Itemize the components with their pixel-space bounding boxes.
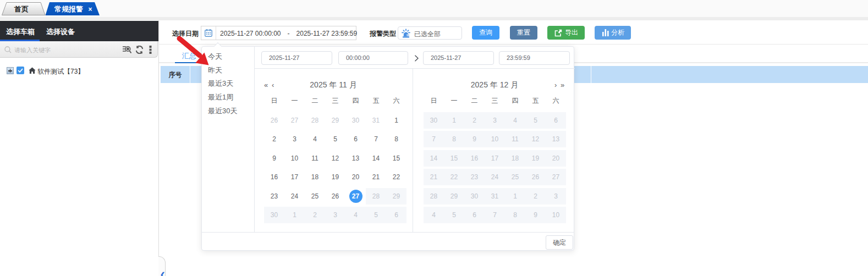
svg-text:首页: 首页 <box>14 5 29 13</box>
svg-text:常规报警: 常规报警 <box>54 5 83 13</box>
svg-text:×: × <box>88 5 92 13</box>
